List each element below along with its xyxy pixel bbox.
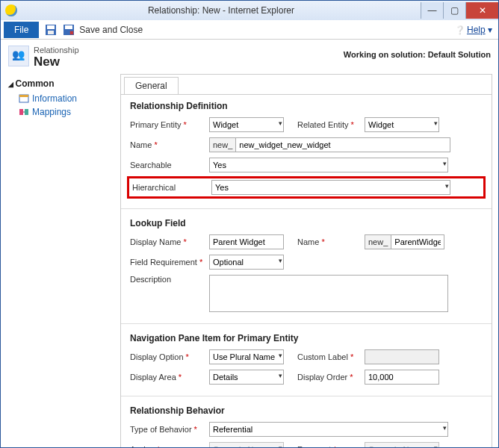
save-and-close-button[interactable]: Save and Close	[79, 25, 143, 35]
display-option-select[interactable]: Use Plural Name	[209, 349, 284, 364]
help-link[interactable]: Help ▾	[455, 25, 492, 35]
label-primary-entity: Primary Entity	[130, 120, 209, 129]
section-relationship-definition: Relationship Definition	[130, 101, 483, 111]
display-area-select[interactable]: Details	[209, 370, 284, 385]
window-maximize-button[interactable]: ▢	[443, 2, 465, 19]
custom-label-input	[365, 349, 439, 364]
nav-item-label: Information	[32, 93, 77, 104]
primary-entity-select[interactable]: Widget	[209, 117, 284, 132]
nav-group-common[interactable]: Common	[8, 78, 113, 89]
label-custom-label: Custom Label	[297, 352, 365, 361]
window-minimize-button[interactable]: —	[421, 2, 443, 19]
tab-strip: General	[121, 75, 492, 95]
label-name: Name	[130, 140, 209, 149]
information-icon	[19, 93, 29, 104]
display-name-input[interactable]	[209, 234, 284, 249]
save-icon[interactable]	[45, 24, 57, 36]
name-input[interactable]	[235, 137, 450, 152]
nav-item-mappings[interactable]: Mappings	[8, 105, 113, 119]
mappings-icon	[19, 107, 29, 117]
ie-icon	[5, 4, 17, 16]
label-hierarchical: Hierarchical	[132, 183, 211, 192]
lookup-name-input[interactable]	[391, 234, 444, 249]
svg-rect-1	[47, 25, 55, 29]
relationship-icon	[8, 46, 29, 66]
label-description: Description	[130, 275, 209, 284]
label-assign: Assign	[130, 445, 209, 448]
page-header: Relationship New Working on solution: De…	[1, 40, 498, 74]
section-nav-pane: Navigation Pane Item for Primary Entity	[130, 333, 483, 343]
svg-rect-6	[19, 95, 28, 97]
description-textarea[interactable]	[209, 275, 448, 312]
file-menu-button[interactable]: File	[4, 22, 39, 38]
save-close-icon[interactable]	[63, 24, 75, 36]
svg-rect-4	[65, 25, 72, 29]
solution-context-label: Working on solution: Default Solution	[344, 46, 491, 59]
field-requirement-select[interactable]: Optional	[209, 255, 284, 270]
label-field-requirement: Field Requirement	[130, 258, 209, 267]
svg-rect-7	[19, 109, 23, 115]
hierarchical-select[interactable]: Yes	[211, 180, 450, 195]
nav-item-label: Mappings	[32, 107, 71, 117]
label-type-of-behavior: Type of Behavior	[130, 425, 209, 434]
entity-type-label: Relationship	[34, 46, 79, 55]
label-lookup-name: Name	[297, 237, 365, 246]
toolbar: File Save and Close Help ▾	[1, 20, 498, 40]
label-display-area: Display Area	[130, 373, 209, 382]
window-titlebar: Relationship: New - Internet Explorer — …	[1, 1, 498, 20]
page-title: New	[34, 55, 79, 69]
type-of-behavior-select[interactable]: Referential	[209, 422, 448, 437]
tab-general[interactable]: General	[124, 77, 179, 94]
label-searchable: Searchable	[130, 161, 209, 169]
related-entity-select[interactable]: Widget	[365, 117, 439, 132]
section-behavior: Relationship Behavior	[130, 405, 483, 416]
lookup-name-prefix: new_	[365, 234, 391, 249]
help-label: Help	[467, 25, 486, 35]
display-order-input[interactable]	[365, 370, 439, 385]
assign-select: Cascade None	[209, 442, 284, 448]
reparent-select: Cascade None	[365, 442, 439, 448]
form-main: General Relationship Definition Primary …	[120, 74, 492, 448]
hierarchical-row-highlight: Hierarchical Yes ▾	[127, 176, 486, 199]
nav-item-information[interactable]: Information	[8, 92, 113, 105]
left-nav: Common Information Mappings	[1, 74, 120, 448]
label-related-entity: Related Entity	[297, 120, 365, 129]
svg-rect-8	[25, 109, 28, 115]
label-display-option: Display Option	[130, 352, 209, 361]
label-display-order: Display Order	[297, 373, 365, 382]
name-prefix: new_	[209, 137, 235, 152]
window-close-button[interactable]: ✕	[465, 2, 498, 19]
searchable-select[interactable]: Yes	[209, 158, 448, 172]
label-display-name: Display Name	[130, 237, 209, 246]
svg-rect-2	[48, 31, 54, 34]
section-lookup-field: Lookup Field	[130, 218, 483, 228]
label-reparent: Reparent	[297, 445, 365, 448]
window-title: Relationship: New - Internet Explorer	[22, 5, 421, 16]
